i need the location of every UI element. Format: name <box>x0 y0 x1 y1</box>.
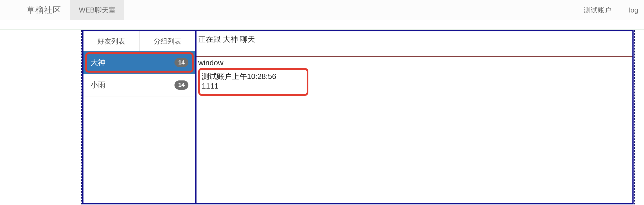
dev-outline-outer: 好友列表 分组列表 大神 14 小雨 14 正在跟 大神 聊天 <box>81 30 635 204</box>
top-navbar: 草榴社区 WEB聊天室 测试账户 log <box>0 0 644 20</box>
tab-friends[interactable]: 好友列表 <box>83 31 139 51</box>
logout-link[interactable]: log <box>629 6 638 14</box>
username-label[interactable]: 测试账户 <box>584 6 612 15</box>
message-text: 1111 <box>202 82 292 91</box>
unread-badge: 14 <box>174 58 188 67</box>
tab-groups[interactable]: 分组列表 <box>139 31 196 51</box>
sidebar-tabs: 好友列表 分组列表 <box>83 31 195 51</box>
spacer <box>124 0 584 20</box>
chat-header: 正在跟 大神 聊天 <box>197 31 632 57</box>
message-block: 测试账户上午10:28:56 1111 <box>198 68 308 96</box>
friend-name: 小雨 <box>90 80 105 90</box>
friend-item[interactable]: 大神 14 <box>83 51 195 74</box>
friend-name: 大神 <box>90 57 105 68</box>
system-line: window <box>198 58 631 67</box>
chat-panel: 正在跟 大神 聊天 window 测试账户上午10:28:56 1111 <box>197 31 632 203</box>
sidebar: 好友列表 分组列表 大神 14 小雨 14 <box>83 31 197 203</box>
unread-badge: 14 <box>174 80 188 90</box>
message-meta: 测试账户上午10:28:56 <box>202 71 292 82</box>
friend-item[interactable]: 小雨 14 <box>83 74 195 96</box>
chat-container: 好友列表 分组列表 大神 14 小雨 14 正在跟 大神 聊天 <box>82 30 634 204</box>
chat-body: window 测试账户上午10:28:56 1111 <box>197 57 632 203</box>
friend-list: 大神 14 小雨 14 <box>83 51 195 96</box>
user-area: 测试账户 log <box>584 0 644 20</box>
nav-tab-chatroom[interactable]: WEB聊天室 <box>70 0 124 20</box>
brand-title[interactable]: 草榴社区 <box>20 0 70 20</box>
